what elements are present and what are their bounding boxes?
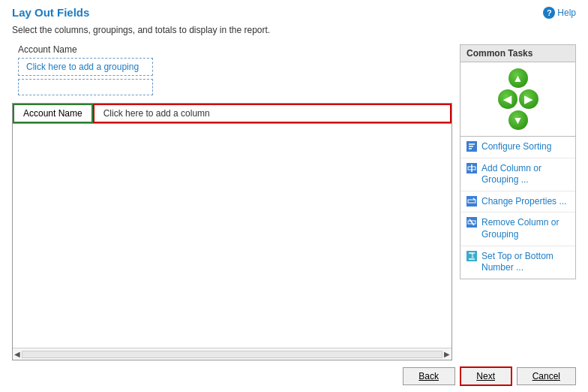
add-column-grouping-item[interactable]: Add Column or Grouping ... bbox=[460, 158, 575, 191]
back-label: Back bbox=[418, 371, 439, 381]
columns-area: Account Name Click here to add a column … bbox=[12, 103, 452, 360]
remove-column-grouping-label: Remove Column or Grouping bbox=[482, 217, 569, 240]
help-label: Help bbox=[557, 8, 576, 18]
arrow-down-button[interactable]: ▼ bbox=[508, 110, 528, 130]
arrow-left-button[interactable]: ◀ bbox=[498, 89, 518, 109]
columns-body bbox=[13, 124, 452, 348]
scroll-left-arrow[interactable]: ◀ bbox=[14, 350, 20, 358]
svg-line-7 bbox=[470, 219, 474, 225]
arrow-lr-row: ◀ ▶ bbox=[498, 89, 538, 109]
add-column-grouping-label: Add Column or Grouping ... bbox=[482, 163, 569, 186]
main-area: Account Name Click here to add a groupin… bbox=[12, 44, 576, 360]
svg-text:1: 1 bbox=[471, 253, 474, 258]
subtitle: Select the columns, groupings, and total… bbox=[12, 25, 576, 35]
configure-sorting-label: Configure Sorting bbox=[482, 141, 551, 153]
arrow-down-row: ▼ bbox=[508, 110, 528, 130]
arrow-buttons-group: ▲ ◀ ▶ ▼ bbox=[460, 62, 575, 136]
remove-column-grouping-item[interactable]: Remove Column or Grouping bbox=[460, 213, 575, 246]
footer: Back Next Cancel bbox=[12, 360, 576, 386]
set-top-bottom-icon: 1 bbox=[466, 251, 477, 261]
remove-column-grouping-icon bbox=[466, 217, 477, 228]
page-title: Lay Out Fields bbox=[12, 6, 89, 19]
svg-rect-5 bbox=[468, 200, 476, 203]
arrow-up-row: ▲ bbox=[508, 68, 528, 88]
next-button[interactable]: Next bbox=[460, 366, 512, 386]
common-tasks-header: Common Tasks bbox=[460, 45, 575, 62]
cancel-label: Cancel bbox=[532, 371, 560, 381]
add-column-grouping-icon bbox=[466, 163, 477, 173]
change-properties-icon bbox=[466, 196, 477, 207]
configure-sorting-item[interactable]: Configure Sorting bbox=[460, 137, 575, 158]
next-label: Next bbox=[476, 371, 495, 381]
arrow-right-button[interactable]: ▶ bbox=[519, 89, 538, 109]
help-link[interactable]: ? Help bbox=[543, 7, 576, 19]
add-column-button[interactable]: Click here to add a column bbox=[93, 104, 452, 123]
change-properties-item[interactable]: Change Properties ... bbox=[460, 191, 575, 213]
common-tasks-panel: Common Tasks ▲ ◀ ▶ ▼ Con bbox=[460, 44, 576, 279]
add-grouping-button[interactable]: Click here to add a grouping bbox=[18, 58, 153, 76]
columns-header: Account Name Click here to add a column bbox=[13, 104, 452, 124]
set-top-bottom-item[interactable]: 1 Set Top or Bottom Number ... bbox=[460, 246, 575, 279]
cancel-button[interactable]: Cancel bbox=[517, 367, 576, 385]
set-top-bottom-label: Set Top or Bottom Number ... bbox=[482, 251, 569, 274]
arrow-up-button[interactable]: ▲ bbox=[508, 68, 528, 88]
grouping-label: Account Name bbox=[18, 44, 452, 55]
back-button[interactable]: Back bbox=[403, 367, 455, 385]
page-header: Lay Out Fields ? Help bbox=[12, 6, 576, 19]
account-name-column[interactable]: Account Name bbox=[13, 104, 93, 123]
help-icon: ? bbox=[543, 7, 555, 19]
configure-sorting-icon bbox=[466, 141, 477, 152]
horizontal-scrollbar[interactable]: ◀ ▶ bbox=[13, 348, 452, 360]
grouping-sub-box bbox=[18, 79, 153, 95]
left-area: Account Name Click here to add a groupin… bbox=[12, 44, 452, 360]
scroll-track[interactable] bbox=[22, 351, 442, 358]
scroll-right-arrow[interactable]: ▶ bbox=[444, 350, 450, 358]
grouping-area: Account Name Click here to add a groupin… bbox=[12, 44, 452, 95]
change-properties-label: Change Properties ... bbox=[482, 196, 566, 208]
